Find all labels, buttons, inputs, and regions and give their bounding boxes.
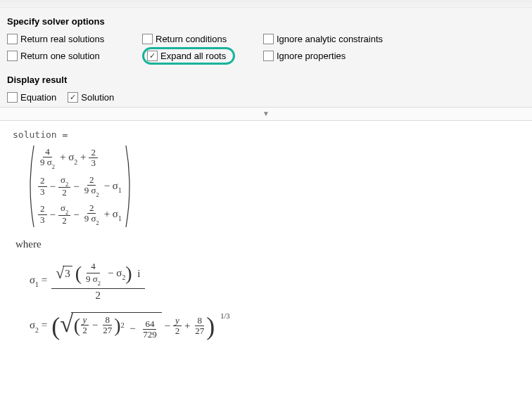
sigma1-definition: σ1 = √3 ( 49 σ2 − σ2 ) i 2 [30, 259, 519, 302]
option-label: Return real solutions [20, 34, 104, 44]
display-equation[interactable]: Equation [7, 92, 56, 103]
option-label: Equation [20, 92, 56, 103]
solver-options-heading: Specify solver options [7, 16, 525, 27]
option-return-real-solutions[interactable]: Return real solutions [7, 34, 134, 44]
option-return-one-solution[interactable]: Return one solution [7, 51, 134, 61]
option-ignore-properties[interactable]: Ignore properties [263, 51, 439, 61]
solution-vector: 49 σ2 + σ2 + 23 23 − σ22 − 29 σ2 − σ1 23… [25, 144, 519, 228]
option-label: Expand all roots [160, 51, 226, 61]
checkbox-icon [263, 51, 274, 61]
option-label: Return one solution [20, 51, 100, 61]
vector-row: 23 − σ22 − 29 σ2 + σ1 [38, 203, 122, 226]
checkbox-icon [142, 34, 153, 44]
right-paren-icon [125, 144, 134, 228]
chevron-down-icon: ▼ [262, 110, 270, 117]
checkbox-checked-icon [147, 51, 158, 61]
option-ignore-analytic-constraints[interactable]: Ignore analytic constraints [263, 34, 439, 44]
where-label: where [15, 238, 519, 250]
vector-row: 23 − σ22 − 29 σ2 − σ1 [38, 175, 122, 198]
result-variable-name: solution = [13, 129, 519, 140]
result-panel: solution = 49 σ2 + σ2 + 23 23 − σ22 − 29… [0, 121, 532, 363]
sigma2-definition: σ2 = ( √ ( y2 − 827 ) 2 − 6472 [30, 312, 519, 340]
option-label: Return conditions [156, 34, 227, 44]
option-label: Ignore properties [277, 51, 346, 61]
checkbox-icon [263, 34, 274, 44]
option-label: Solution [81, 92, 114, 103]
solver-options-panel: Specify solver options Return real solut… [0, 8, 532, 107]
display-result-heading: Display result [7, 75, 525, 85]
checkbox-icon [7, 92, 18, 103]
left-paren-icon [25, 144, 35, 228]
checkbox-icon [7, 34, 18, 44]
checkbox-icon [7, 51, 18, 61]
option-expand-all-roots[interactable]: Expand all roots [142, 47, 235, 65]
option-label: Ignore analytic constraints [277, 34, 383, 44]
vector-row: 49 σ2 + σ2 + 23 [38, 147, 122, 169]
collapse-bar[interactable]: ▼ [0, 107, 532, 121]
display-solution[interactable]: Solution [68, 92, 114, 103]
checkbox-checked-icon [68, 92, 78, 103]
option-return-conditions[interactable]: Return conditions [142, 34, 255, 44]
